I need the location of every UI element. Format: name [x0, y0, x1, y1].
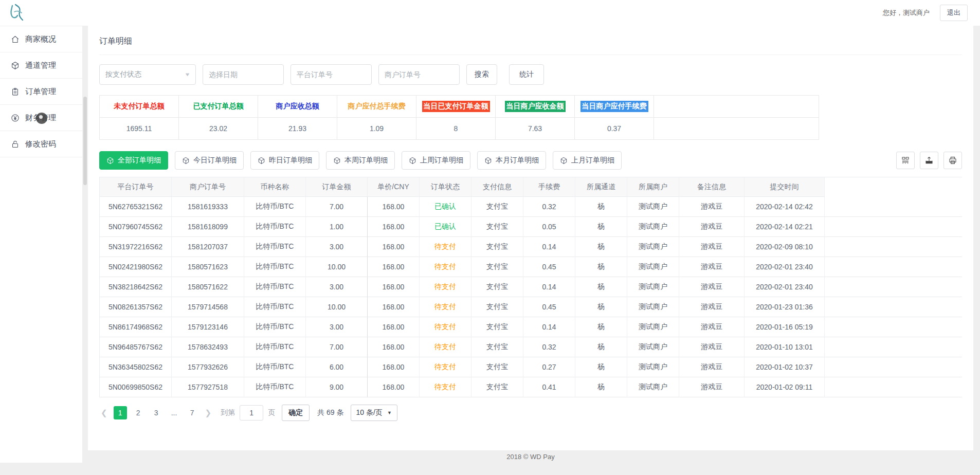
sidebar-item-finance-management[interactable]: 财务管理	[0, 105, 82, 131]
merchant-order-no: 1579714568	[172, 297, 244, 317]
chevron-down-icon: ▼	[184, 72, 190, 77]
pagination: ❮ 1 2 3 ... 7 ❯ 到第 页	[99, 403, 962, 423]
order-amount: 3.00	[306, 277, 368, 297]
order-detail-tab[interactable]: 上周订单明细	[402, 151, 470, 170]
row-filler	[825, 297, 962, 317]
channel: 杨	[575, 297, 627, 317]
order-detail-tab[interactable]: 昨日订单明细	[250, 151, 319, 170]
order-status: 待支付	[420, 337, 471, 357]
search-button[interactable]: 搜索	[466, 64, 497, 85]
tab-label: 昨日订单明细	[269, 156, 312, 165]
platform-order-no: 5N07960745S62	[100, 217, 172, 237]
summary-value-filler	[654, 118, 819, 139]
per-page-select[interactable]: 10 条/页 ▼	[351, 405, 397, 421]
order-detail-tab[interactable]: 本周订单明细	[326, 151, 395, 170]
unit-price: 168.00	[368, 377, 420, 397]
order-detail-tab[interactable]: 上月订单明细	[553, 151, 622, 170]
page-number-button[interactable]: 7	[186, 406, 199, 419]
submit-time: 2020-01-02 09:11	[745, 377, 825, 397]
summary-label: 未支付订单总额	[114, 102, 165, 111]
payment-info: 支付宝	[471, 257, 523, 277]
column-header: 支付信息	[471, 177, 523, 197]
stats-button[interactable]: 统计	[509, 64, 544, 85]
sidebar-item-merchant-overview[interactable]: 商家概况	[0, 26, 82, 52]
confirm-page-button[interactable]: 确定	[282, 405, 310, 421]
goto-page-label: 到第	[221, 408, 235, 417]
platform-order-no: 5N96485767S62	[100, 337, 172, 357]
page-number-button[interactable]: ...	[168, 406, 181, 419]
unit-price: 168.00	[368, 317, 420, 337]
currency-name: 比特币/BTC	[244, 197, 306, 217]
unit-price: 168.00	[368, 197, 420, 217]
payment-info: 支付宝	[471, 337, 523, 357]
logout-button[interactable]: 退出	[940, 5, 968, 21]
page-number-button[interactable]: 2	[132, 406, 145, 419]
payment-status-select-value: 按支付状态	[105, 70, 141, 79]
summary-header-filler	[654, 96, 819, 117]
sidebar-item-channel-management[interactable]: 通道管理	[0, 52, 82, 79]
tab-label: 本周订单明细	[344, 156, 388, 165]
summary-header-cell: 商户应收总额	[258, 96, 337, 117]
row-filler	[825, 337, 962, 357]
columns-toggle-button[interactable]	[896, 152, 915, 169]
summary-value: 23.02	[179, 118, 258, 139]
merchant: 测试商户	[627, 357, 679, 377]
row-filler	[825, 317, 962, 337]
cube-icon	[182, 157, 190, 165]
page-number-button[interactable]: 3	[150, 406, 163, 419]
next-page-icon[interactable]: ❯	[204, 408, 213, 417]
currency-name: 比特币/BTC	[244, 357, 306, 377]
table-row: 5N02421980S62 1580571623 比特币/BTC 10.00 1…	[99, 257, 962, 277]
platform-order-no: 5N02421980S62	[100, 257, 172, 277]
cube-icon	[409, 157, 416, 165]
order-amount: 6.00	[306, 357, 368, 377]
order-detail-tab[interactable]: 全部订单明细	[99, 151, 168, 170]
date-input[interactable]	[203, 64, 284, 85]
sidebar-item-change-password[interactable]: 修改密码	[0, 131, 82, 157]
table-row: 5N31972216S62 1581207037 比特币/BTC 3.00 16…	[99, 237, 962, 257]
column-header: 所属通道	[575, 177, 627, 197]
order-detail-tab[interactable]: 今日订单明细	[175, 151, 244, 170]
summary-label: 商户应收总额	[276, 102, 319, 111]
order-status: 待支付	[420, 377, 471, 397]
merchant: 测试商户	[627, 377, 679, 397]
summary-header-cell: 未支付订单总额	[100, 96, 179, 117]
order-status: 已确认	[420, 197, 471, 217]
payment-info: 支付宝	[471, 357, 523, 377]
export-button[interactable]	[920, 152, 938, 169]
prev-page-icon[interactable]: ❮	[99, 408, 109, 417]
print-button[interactable]	[943, 152, 962, 169]
channel: 杨	[575, 257, 627, 277]
unit-price: 168.00	[368, 357, 420, 377]
payment-status-select[interactable]: 按支付状态 ▼	[99, 64, 196, 85]
channel: 杨	[575, 337, 627, 357]
merchant-order-no: 1580571622	[172, 277, 244, 297]
submit-time: 2020-02-01 23:40	[745, 257, 825, 277]
sidebar-scrollbar-thumb[interactable]	[83, 97, 87, 185]
column-header: 备注信息	[679, 177, 745, 197]
fee: 0.45	[523, 297, 575, 317]
order-amount: 3.00	[306, 317, 368, 337]
merchant-order-input[interactable]	[378, 64, 460, 85]
row-filler	[825, 217, 962, 237]
summary-header-row: 未支付订单总额 已支付订单总额 商户应收总额	[100, 96, 819, 118]
merchant-order-no: 1579123146	[172, 317, 244, 337]
goto-page-input[interactable]	[240, 405, 263, 421]
order-detail-tab[interactable]: 本月订单明细	[477, 151, 546, 170]
row-filler	[825, 377, 962, 397]
platform-order-input[interactable]	[291, 64, 372, 85]
order-amount: 7.00	[306, 197, 368, 217]
summary-header-cell: 当日已支付订单金额	[416, 96, 496, 117]
channel: 杨	[575, 197, 627, 217]
merchant: 测试商户	[627, 317, 679, 337]
tab-label: 全部订单明细	[118, 156, 161, 165]
sidebar: 商家概况 通道管理 订单管理 财务管理 修改密码	[0, 26, 82, 463]
total-count-label: 共 69 条	[317, 408, 343, 417]
submit-time: 2020-01-23 01:36	[745, 297, 825, 317]
sidebar-item-order-management[interactable]: 订单管理	[0, 79, 82, 105]
submit-time: 2020-02-01 23:40	[745, 277, 825, 297]
platform-order-no: 5N38218642S62	[100, 277, 172, 297]
fee: 0.14	[523, 237, 575, 257]
remark: 游戏豆	[679, 217, 745, 237]
page-number-button[interactable]: 1	[114, 406, 127, 419]
